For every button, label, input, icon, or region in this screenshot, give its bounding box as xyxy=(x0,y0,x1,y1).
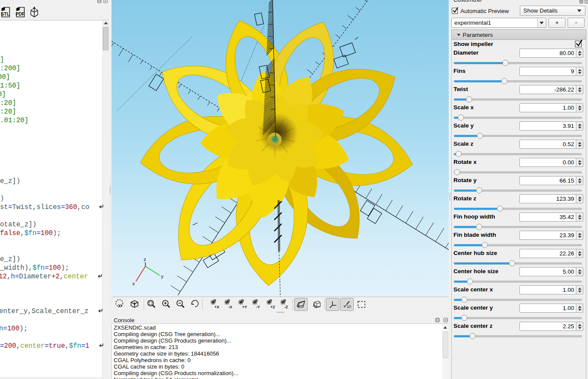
svg-text:+Y: +Y xyxy=(242,305,247,309)
svg-text:-X: -X xyxy=(228,305,232,309)
svg-text:+X: +X xyxy=(214,305,219,309)
svg-text:+Z: +Z xyxy=(270,305,275,309)
svg-text:z: z xyxy=(144,257,146,262)
svg-text:-Y: -Y xyxy=(256,305,260,309)
svg-text:PDF: PDF xyxy=(16,11,25,16)
svg-text:STL: STL xyxy=(1,11,10,16)
svg-text:10: 10 xyxy=(347,304,351,309)
svg-text:-Z: -Z xyxy=(284,305,288,309)
svg-text:x: x xyxy=(132,281,135,286)
svg-text:y: y xyxy=(161,274,164,279)
